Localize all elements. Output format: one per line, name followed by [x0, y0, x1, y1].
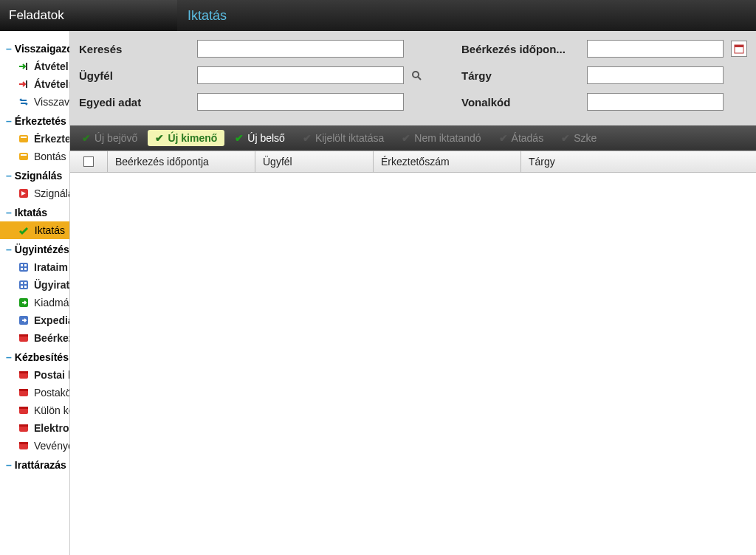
sidebar-item-label: Átvételre vár (63/63) [34, 78, 69, 90]
sidebar-item[interactable]: Visszavétel - Továbbküldés [0, 93, 69, 111]
filter-input[interactable] [197, 40, 404, 58]
toolbar-button: ✔Átadás [492, 130, 551, 146]
column-header[interactable]: Beérkezés időpontja [107, 151, 255, 172]
sidebar-group-title[interactable]: –Iktatás [0, 202, 69, 221]
filter-label: Beérkezés időpon... [461, 43, 587, 55]
sidebar-item[interactable]: Beérkezett vevény (13) [0, 329, 69, 347]
sidebar-item-label: Expediálás (1/5) [34, 314, 69, 326]
table-body [70, 173, 756, 555]
svg-rect-28 [19, 424, 28, 427]
svg-rect-14 [24, 282, 27, 284]
sidebar-group-title[interactable]: –Irattárazás [0, 455, 69, 474]
svg-rect-12 [19, 280, 28, 289]
sidebar-item-label: Ügyirataim (338/361) [34, 279, 69, 291]
sidebar-item-label: Bontás [34, 151, 66, 162]
sidebar-item-label: Vevények kezelése [34, 440, 69, 452]
square-icon [18, 439, 30, 452]
sidebar-item-label: Postai kézbesítés (5/8) [34, 369, 69, 381]
filter-label: Keresés [79, 43, 197, 55]
toolbar-button-label: Új bejövő [94, 132, 137, 144]
sidebar-item[interactable]: Expediálás (1/5) [0, 311, 69, 329]
sidebar-group-title[interactable]: –Ügyintézés [0, 239, 69, 258]
sidebar-item[interactable]: Kiadmányozás (0/1) [0, 294, 69, 311]
toolbar-button: ✔Kijelölt iktatása [295, 130, 391, 146]
sidebar-item[interactable]: Átvételre vár (63/63) [0, 75, 69, 93]
filter-label: Tárgy [461, 69, 587, 82]
toolbar-button: ✔Új bejövő [75, 130, 145, 146]
check-icon: ✔ [303, 132, 312, 144]
filter-input[interactable] [587, 93, 724, 111]
check-icon [18, 224, 30, 237]
column-header[interactable]: Ügyfél [255, 151, 373, 172]
collapse-icon: – [6, 115, 12, 127]
toolbar-button[interactable]: ✔Új kimenő [148, 130, 224, 146]
sidebar-item[interactable]: Irataim (288/324) [0, 258, 69, 276]
svg-rect-16 [24, 286, 27, 288]
sidebar-item[interactable]: Külön kézbesítés (0/0) [0, 401, 69, 419]
filter-input[interactable] [587, 40, 724, 58]
svg-rect-2 [19, 135, 28, 142]
sidebar-item[interactable]: Vevények kezelése [0, 437, 69, 455]
sidebar-item[interactable]: Ügyirataim (338/361) [0, 276, 69, 294]
sidebar-group-title[interactable]: –Kézbesítés [0, 347, 69, 366]
box-icon [18, 150, 30, 163]
sidebar-group-title[interactable]: –Érkeztetés [0, 111, 69, 130]
check-icon: ✔ [82, 132, 91, 144]
sidebar-item-label: Postakönyvek kezelése [34, 387, 69, 399]
check-icon: ✔ [561, 132, 570, 144]
column-header[interactable]: Tárgy [520, 151, 756, 172]
check-icon: ✔ [499, 132, 508, 144]
collapse-icon: – [6, 43, 12, 55]
filter-label: Vonalkód [461, 96, 587, 108]
sidebar-item[interactable]: Átvétel (148/148) [0, 58, 69, 75]
sidebar-item[interactable]: Iktatás [0, 221, 69, 239]
toolbar-button-label: Szke [574, 132, 597, 144]
sidebar-item[interactable]: Postakönyvek kezelése [0, 384, 69, 401]
arrows-lr-icon [18, 95, 30, 108]
app-header: Feladatok Iktatás [0, 0, 756, 31]
svg-rect-1 [26, 80, 27, 88]
sidebar-group-title[interactable]: –Visszaigazolandó küldemé [0, 38, 69, 58]
svg-rect-13 [21, 282, 23, 284]
collapse-icon: – [6, 459, 12, 471]
calendar-icon[interactable] [731, 41, 747, 57]
toolbar: ✔Új bejövő✔Új kimenő✔Új belső✔Kijelölt i… [70, 125, 756, 151]
filter-input[interactable] [197, 66, 404, 84]
sidebar-item-label: Beérkezett vevény (13) [34, 332, 69, 344]
sidebar-item-label: Irataim (288/324) [34, 261, 69, 273]
sidebar-item[interactable]: Postai kézbesítés (5/8) [0, 366, 69, 384]
collapse-icon: – [6, 207, 12, 218]
sidebar-item[interactable]: Bontás [0, 148, 69, 165]
sidebar-item-label: Külön kézbesítés (0/0) [34, 404, 69, 416]
filter-label: Ügyfél [79, 69, 197, 82]
column-checkbox[interactable] [70, 151, 107, 172]
filter-input[interactable] [587, 66, 724, 84]
column-header[interactable]: Érkeztetőszám [373, 151, 520, 172]
sidebar-item[interactable]: Elektronikus kézbesítés [0, 419, 69, 437]
sidebar-item-label: Szignálandó [34, 187, 69, 199]
svg-rect-4 [19, 153, 28, 160]
grid-icon [18, 278, 30, 292]
svg-rect-3 [21, 137, 27, 138]
svg-rect-24 [19, 389, 28, 391]
flag-icon [18, 187, 30, 200]
sidebar-group-title[interactable]: –Szignálás [0, 165, 69, 185]
svg-rect-30 [19, 442, 28, 444]
filter-row: KeresésBeérkezés időpon... [79, 40, 747, 58]
svg-rect-10 [21, 268, 23, 270]
sidebar-item-label: Kiadmányozás (0/1) [34, 297, 69, 308]
sidebar-item[interactable]: Szignálandó [0, 185, 69, 202]
sidebar-item-label: Érkeztetés (145) [34, 133, 69, 145]
svg-rect-0 [26, 63, 27, 70]
grid-icon [18, 261, 30, 274]
select-all-checkbox[interactable] [83, 156, 94, 167]
arrow-in-icon [18, 60, 30, 73]
square-icon [18, 331, 30, 345]
sidebar-item[interactable]: Érkeztetés (145) [0, 130, 69, 148]
lookup-icon[interactable] [408, 67, 425, 83]
toolbar-button[interactable]: ✔Új belső [227, 130, 292, 146]
svg-rect-5 [21, 154, 27, 156]
filter-row: ÜgyfélTárgy [79, 66, 747, 84]
filter-input[interactable] [197, 93, 404, 111]
toolbar-button: ✔Szke [554, 130, 604, 146]
